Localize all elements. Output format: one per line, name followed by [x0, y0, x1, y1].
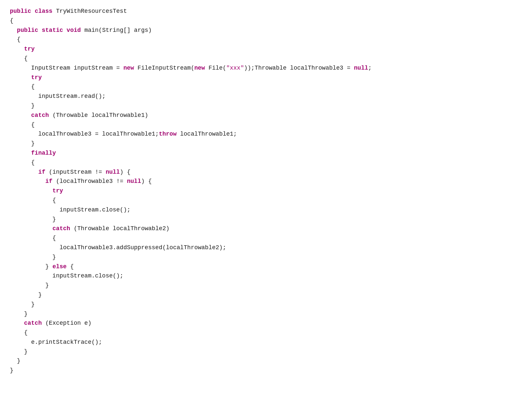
plain-token — [10, 150, 31, 156]
code-line: } — [10, 309, 522, 319]
plain-token: } — [10, 367, 13, 374]
plain-token: localThrowable1; — [177, 131, 237, 137]
plain-token: } — [10, 292, 42, 298]
plain-token — [10, 74, 31, 81]
plain-token: } — [10, 348, 28, 355]
keyword-token: try — [24, 46, 34, 52]
plain-token: } — [10, 102, 35, 109]
plain-token: e.printStackTrace(); — [10, 339, 102, 345]
keyword-token: class — [35, 8, 53, 14]
code-line: try — [10, 186, 522, 196]
plain-token: } — [10, 140, 35, 147]
keyword-token: catch — [24, 320, 42, 326]
keyword-token: try — [31, 74, 42, 81]
plain-token: File( — [205, 65, 226, 71]
plain-token: } — [10, 263, 53, 270]
plain-token: ) { — [141, 178, 152, 185]
plain-token: ));Throwable localThrowable3 = — [244, 65, 354, 71]
plain-token: (inputStream != — [45, 169, 106, 175]
plain-token: (Exception e) — [42, 320, 91, 326]
code-line: localThrowable3 = localThrowable1;throw … — [10, 129, 522, 139]
code-line: } — [10, 300, 522, 309]
plain-token: TryWithResourcesTest — [53, 8, 127, 14]
code-line: } — [10, 139, 522, 148]
code-line: { — [10, 54, 522, 63]
keyword-token: try — [53, 187, 63, 194]
code-line: } — [10, 281, 522, 290]
plain-token — [10, 187, 53, 194]
plain-token: { — [67, 263, 74, 270]
plain-token — [10, 169, 38, 175]
plain-token: main(String[] args) — [81, 27, 152, 33]
plain-token: inputStream.close(); — [10, 273, 123, 279]
code-line: public static void main(String[] args) — [10, 26, 522, 35]
code-line: public class TryWithResourcesTest — [10, 7, 522, 16]
code-line: finally — [10, 148, 522, 158]
code-line: { — [10, 120, 522, 130]
plain-token — [10, 178, 45, 185]
code-line: try — [10, 73, 522, 82]
keyword-token: else — [53, 263, 67, 270]
plain-token — [38, 27, 42, 33]
plain-token — [10, 320, 24, 326]
keyword-token: null — [106, 169, 120, 175]
code-line: inputStream.close(); — [10, 205, 522, 215]
plain-token: InputStream inputStream = — [10, 65, 123, 71]
plain-token: } — [10, 301, 35, 308]
code-line: { — [10, 82, 522, 92]
code-line: } — [10, 101, 522, 111]
keyword-token: if — [38, 169, 45, 175]
keyword-token: static — [42, 27, 63, 33]
code-line: } — [10, 366, 522, 375]
plain-token — [10, 46, 24, 52]
plain-token: localThrowable3.addSuppressed(localThrow… — [10, 244, 226, 251]
plain-token — [10, 27, 17, 33]
keyword-token: public — [17, 27, 38, 33]
keyword-token: void — [67, 27, 81, 33]
plain-token: { — [10, 121, 35, 128]
keyword-token: catch — [53, 225, 70, 232]
keyword-token: null — [127, 178, 141, 185]
plain-token: { — [10, 55, 28, 62]
code-line: catch (Throwable localThrowable2) — [10, 224, 522, 233]
code-line: inputStream.close(); — [10, 271, 522, 281]
plain-token: inputStream.close(); — [10, 207, 130, 213]
code-line: } — [10, 215, 522, 224]
plain-token: { — [10, 235, 56, 241]
code-line: } — [10, 347, 522, 357]
plain-token — [63, 27, 67, 33]
plain-token: } — [10, 358, 20, 364]
code-line: inputStream.read(); — [10, 92, 522, 101]
code-line: if (localThrowable3 != null) { — [10, 177, 522, 186]
plain-token: ; — [368, 65, 372, 71]
plain-token: { — [10, 329, 28, 336]
plain-token: } — [10, 254, 56, 260]
keyword-token: public — [10, 8, 31, 14]
code-line: try — [10, 44, 522, 54]
plain-token — [31, 8, 35, 14]
plain-token — [10, 225, 53, 232]
plain-token: FileInputStream( — [134, 65, 194, 71]
keyword-token: catch — [31, 112, 49, 119]
code-line: e.printStackTrace(); — [10, 338, 522, 347]
plain-token: inputStream.read(); — [10, 93, 106, 99]
code-line: if (inputStream != null) { — [10, 167, 522, 177]
keyword-token: finally — [31, 150, 56, 156]
keyword-token: throw — [159, 131, 177, 137]
code-line: catch (Throwable localThrowable1) — [10, 111, 522, 120]
keyword-token: new — [123, 65, 134, 71]
code-line: } — [10, 252, 522, 262]
code-line: { — [10, 35, 522, 44]
plain-token: (localThrowable3 != — [53, 178, 127, 185]
string-token: "xxx" — [226, 65, 244, 71]
plain-token: { — [10, 17, 13, 24]
keyword-token: new — [194, 65, 205, 71]
code-line: catch (Exception e) — [10, 318, 522, 328]
code-line: } — [10, 356, 522, 366]
plain-token — [10, 112, 31, 119]
code-line: localThrowable3.addSuppressed(localThrow… — [10, 243, 522, 252]
plain-token: ) { — [120, 169, 130, 175]
plain-token: { — [10, 159, 35, 166]
plain-token: } — [10, 311, 28, 317]
code-line: { — [10, 196, 522, 205]
